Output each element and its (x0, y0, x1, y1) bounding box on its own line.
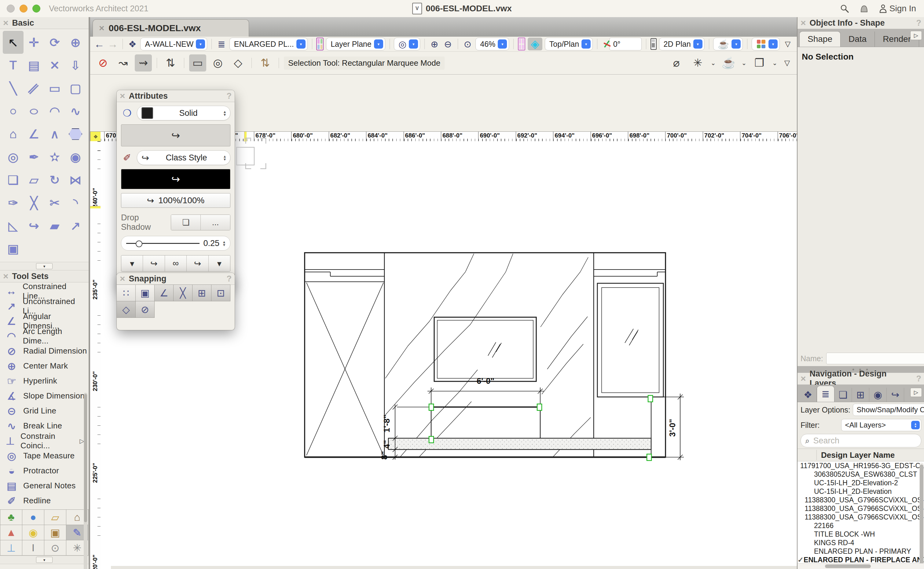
trim-tool[interactable]: ╳ (24, 191, 44, 214)
object-name-input[interactable] (826, 353, 924, 364)
close-window-button[interactable] (7, 5, 15, 12)
vertical-ruler[interactable]: 240'-0"235'-0"230'-0"225'-0"220'-0" (90, 141, 101, 569)
help-icon[interactable]: ? (916, 18, 922, 28)
polygon-tool[interactable]: ⌂ (3, 123, 24, 146)
view-dropdown[interactable]: Top/Plan ▾ (545, 38, 593, 50)
dropdown-stepper-icon[interactable]: ▾ (409, 40, 418, 49)
help-icon[interactable]: ? (227, 91, 232, 101)
double-line-tool[interactable]: ∥ (24, 77, 44, 100)
render-mode-dropdown[interactable]: ☕ ▾ (713, 38, 743, 50)
view-visibility-dropdown[interactable]: ◎ ▾ (394, 38, 420, 50)
sign-in-button[interactable]: Sign In (879, 4, 916, 14)
nav-tab-saved-views[interactable]: ❖ (799, 388, 817, 402)
layer-row[interactable]: TITLE BLOCK -WH (798, 530, 924, 539)
visibility-tool[interactable]: ◉ (65, 146, 86, 168)
window-view-icon[interactable] (518, 38, 525, 50)
drop-shadow-toggle[interactable]: ❏ (171, 215, 201, 230)
close-icon[interactable]: × (120, 274, 125, 283)
dropdown-stepper-icon[interactable]: ▾ (196, 40, 205, 49)
single-object-drag-icon[interactable]: ↝ (115, 55, 132, 72)
snap-intersection-button[interactable]: ╳ (173, 284, 193, 301)
close-tab-icon[interactable]: × (99, 23, 105, 33)
callout-tool[interactable]: ▤ (24, 54, 44, 77)
dropdown-stepper-icon[interactable]: ▾ (498, 40, 507, 49)
eraser-tool[interactable]: ▰ (44, 214, 65, 237)
attribute-action-2[interactable]: ∞ (165, 256, 186, 271)
class-options-dropdown[interactable]: ▾ (752, 38, 780, 50)
slider-knob[interactable] (136, 240, 142, 247)
nav-tab-design-layers[interactable]: ≣ (817, 386, 834, 402)
view-bar-overflow-icon[interactable]: ▽ (782, 40, 793, 48)
multiple-object-drag-icon[interactable]: ⇝ (135, 55, 152, 72)
pen-color-button[interactable]: ↪ (121, 169, 230, 189)
navigation-header[interactable]: × Navigation - Design Layers ? (798, 373, 924, 385)
attribute-action-4[interactable]: ▾ (208, 256, 230, 271)
collapse-arrow-icon[interactable]: ▾ (36, 557, 53, 563)
tool-sets-item-constrain-coincident[interactable]: ⊥Constrain Coinci...▷ (0, 433, 89, 448)
tool-set-category-3d-modeling[interactable]: ▲ (0, 525, 22, 540)
snap-tangent-button[interactable]: ⊘ (135, 301, 155, 318)
chevron-down-icon[interactable]: ⌄ (741, 59, 746, 67)
tool-set-category-detailing[interactable]: ⊙ (44, 540, 66, 555)
line-style-dropdown[interactable]: ↪ Class Style ▴▾ (137, 151, 230, 165)
layer-row[interactable]: 11388300_USA_G7966SCViXXL_OS- (798, 496, 924, 504)
snap-smart-point-button[interactable]: ⊡ (211, 284, 230, 301)
regular-polygon-tool[interactable] (65, 123, 86, 146)
tool-set-category-furnishings[interactable]: ▣ (44, 525, 66, 540)
zoom-window-button[interactable] (32, 5, 40, 12)
scale-object-tool[interactable]: ❏ (3, 168, 24, 191)
convert-settings-icon[interactable]: ❐ (751, 55, 768, 72)
line-thickness-opacity-button[interactable]: ↪ 100%/100% (121, 193, 230, 208)
snap-object-button[interactable]: ▣ (135, 284, 155, 301)
close-icon[interactable]: × (3, 18, 9, 27)
filter-dropdown[interactable]: <All Layers> ▴▾ (841, 419, 922, 431)
nav-tab-visibilities[interactable]: ◉ (869, 388, 887, 402)
basic-palette-collapse[interactable]: ▾ (0, 262, 89, 271)
chevron-down-icon[interactable]: ⌄ (772, 59, 777, 67)
collapse-arrow-icon[interactable]: ▾ (36, 263, 53, 269)
attribute-action-1[interactable]: ↪ (143, 256, 164, 271)
tool-sets-scrollbar[interactable] (84, 393, 87, 569)
nav-tab-sheet-layers[interactable]: ❏ (834, 388, 852, 402)
interactive-scaling-icon[interactable]: ⇅ (257, 55, 274, 72)
dropdown-stepper-icon[interactable]: ▾ (374, 40, 383, 49)
snap-angle-button[interactable]: ∠ (154, 284, 173, 301)
polyline-tool[interactable]: ∠ (24, 123, 44, 146)
double-polygon-tool[interactable]: ∧ (44, 123, 65, 146)
dropdown-stepper-icon[interactable]: ▾ (769, 40, 778, 49)
fill-color-swatch[interactable] (141, 107, 153, 119)
dropdown-stepper-icon[interactable]: ▾ (731, 40, 741, 49)
stepper-icon[interactable]: ▴▾ (224, 155, 226, 161)
disable-interactive-scaling-icon[interactable]: ⊘ (94, 55, 111, 72)
tool-set-category-visualization[interactable]: ◉ (22, 525, 44, 540)
zoom-line-thickness-icon[interactable]: ⌀ (668, 55, 685, 72)
tool-set-category-structural[interactable]: I (22, 540, 44, 555)
flyover-tool[interactable]: ⟳ (44, 31, 65, 54)
attributes-header[interactable]: × Attributes ? (117, 90, 235, 102)
fit-to-page-icon[interactable]: ⊖ (442, 39, 453, 50)
layer-row[interactable]: ✓ENLARGED PLAN - FIREPLACE AND (798, 555, 924, 563)
snap-grid-button[interactable]: ∷ (117, 284, 136, 301)
help-icon[interactable]: ? (916, 374, 922, 383)
tab-shape[interactable]: Shape (799, 31, 840, 47)
layer-row[interactable]: UC-15I-LH_2D-Elevation (798, 487, 924, 496)
canvas-horizontal-scrollbar[interactable] (111, 566, 797, 569)
polygon-marquee-icon[interactable]: ◇ (229, 55, 246, 72)
document-settings-icon[interactable]: ✳ (689, 55, 707, 72)
attribute-action-3[interactable]: ↪ (186, 256, 208, 271)
dropdown-stepper-icon[interactable]: ▴▾ (911, 421, 920, 429)
user-dome-icon[interactable] (860, 4, 869, 13)
plan-mode-dropdown[interactable]: 2D Plan ▾ (659, 38, 705, 50)
dropdown-stepper-icon[interactable]: ▾ (582, 40, 591, 49)
chamfer-tool[interactable]: ◺ (3, 214, 24, 237)
layer-row[interactable]: UC-15I-LH_2D-Elevation-2 (798, 479, 924, 487)
close-icon[interactable]: × (3, 272, 9, 281)
help-icon[interactable]: ? (227, 274, 232, 284)
offset-tool[interactable]: ↪ (24, 214, 44, 237)
selection-handles[interactable] (429, 396, 653, 461)
tool-sets-item-general-notes[interactable]: ▤General Notes (0, 478, 89, 493)
tool-sets-item-tape-measure[interactable]: ◎Tape Measure (0, 448, 89, 463)
circle-tool[interactable]: ○ (3, 100, 24, 123)
tool-sets-item-arc-length-dimension[interactable]: ◠Arc Length Dime... (0, 329, 89, 344)
text-tool[interactable]: T (3, 54, 24, 77)
